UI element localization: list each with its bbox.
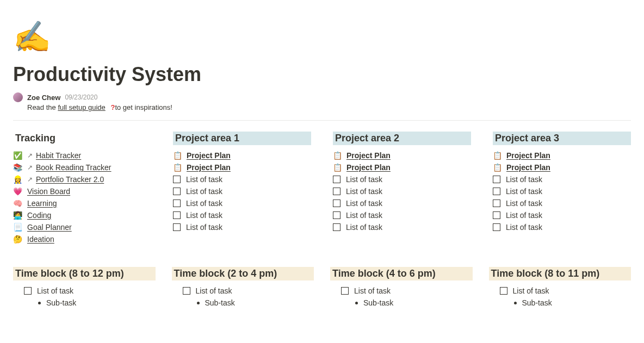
project-plan-link[interactable]: 📋Project Plan: [493, 149, 631, 161]
todo-item[interactable]: List of task: [173, 197, 311, 209]
bullet-icon: [38, 302, 41, 304]
clipboard-icon: 📋: [333, 151, 342, 160]
todo-item[interactable]: List of task: [13, 285, 156, 297]
plan-label: Project Plan: [506, 163, 550, 172]
project-plan-link[interactable]: 📋Project Plan: [333, 149, 471, 161]
plan-label: Project Plan: [346, 163, 391, 172]
todo-item[interactable]: List of task: [493, 173, 631, 185]
avatar: [13, 92, 23, 102]
todo-item[interactable]: List of task: [493, 185, 631, 197]
todo-label: List of task: [506, 199, 542, 208]
checkbox-icon[interactable]: [493, 199, 500, 207]
checkbox-icon[interactable]: [333, 223, 340, 231]
checkbox-icon[interactable]: [493, 176, 500, 183]
tracking-item[interactable]: 🧠 Learning: [13, 197, 151, 209]
todo-item[interactable]: List of task: [333, 197, 471, 209]
todo-item[interactable]: List of task: [173, 209, 311, 221]
tracking-item[interactable]: 📚 ↗ Book Reading Tracker: [13, 161, 151, 173]
bullet-icon: [355, 302, 358, 304]
checkbox-icon[interactable]: [493, 211, 500, 219]
todo-label: List of task: [346, 211, 382, 220]
heading-timeblock-4: Time block (8 to 11 pm): [489, 267, 631, 280]
project-plan-link[interactable]: 📋Project Plan: [173, 149, 311, 161]
checkbox-icon[interactable]: [333, 211, 340, 219]
emoji-icon: ✅: [13, 151, 24, 160]
subtask-item[interactable]: Sub-task: [330, 297, 473, 309]
tracking-label: Book Reading Tracker: [36, 163, 112, 172]
todo-label: List of task: [346, 175, 382, 184]
subline-pre: Read the: [27, 103, 58, 111]
checkbox-icon[interactable]: [333, 199, 340, 207]
page-icon: ✍️: [13, 22, 631, 52]
checkbox-icon[interactable]: [333, 176, 340, 183]
heading-project-2: Project area 2: [333, 132, 471, 145]
project-plan-link[interactable]: 📋Project Plan: [173, 161, 311, 173]
todo-label: List of task: [186, 187, 222, 196]
todo-item[interactable]: List of task: [333, 209, 471, 221]
checkbox-icon[interactable]: [333, 188, 340, 195]
tracking-item[interactable]: 🤔 Ideation: [13, 233, 151, 245]
checkbox-icon[interactable]: [24, 287, 32, 295]
arrow-icon: ↗: [27, 176, 33, 183]
emoji-icon: 🤔: [13, 235, 24, 244]
subtask-item[interactable]: Sub-task: [13, 297, 156, 309]
checkbox-icon[interactable]: [173, 223, 181, 231]
heading-timeblock-2: Time block (2 to 4 pm): [172, 267, 314, 280]
checkbox-icon[interactable]: [183, 287, 190, 295]
tracking-label: Portfolio Tracker 2.0: [36, 175, 104, 184]
tracking-item[interactable]: 💗 Vision Board: [13, 185, 151, 197]
checkbox-icon[interactable]: [173, 188, 181, 195]
todo-item[interactable]: List of task: [493, 197, 631, 209]
todo-label: List of task: [506, 187, 542, 196]
todo-item[interactable]: List of task: [173, 221, 311, 233]
tracking-item[interactable]: 👩‍💻 Coding: [13, 209, 151, 221]
checkbox-icon[interactable]: [173, 211, 181, 219]
tracking-label: Vision Board: [27, 187, 70, 196]
checkbox-icon[interactable]: [493, 188, 500, 195]
tracking-label: Habit Tracker: [36, 151, 81, 160]
checkbox-icon[interactable]: [173, 199, 181, 207]
author-name: Zoe Chew: [27, 93, 60, 102]
author-row: Zoe Chew 09/23/2020: [13, 92, 631, 102]
heading-timeblock-3: Time block (4 to 6 pm): [330, 267, 473, 280]
subtask-label: Sub-task: [522, 298, 552, 307]
todo-item[interactable]: List of task: [333, 221, 471, 233]
subtask-item[interactable]: Sub-task: [489, 297, 631, 309]
checkbox-icon[interactable]: [493, 223, 500, 231]
subtask-label: Sub-task: [46, 298, 76, 307]
subtask-item[interactable]: Sub-task: [172, 297, 314, 309]
todo-item[interactable]: List of task: [172, 285, 314, 297]
page-title: Productivity System: [13, 63, 631, 86]
arrow-icon: ↗: [27, 164, 33, 171]
checkbox-icon[interactable]: [173, 176, 181, 183]
setup-guide-link[interactable]: full setup guide: [58, 103, 105, 111]
todo-label: List of task: [186, 211, 222, 220]
todo-item[interactable]: List of task: [493, 209, 631, 221]
project-plan-link[interactable]: 📋Project Plan: [333, 161, 471, 173]
heading-project-3: Project area 3: [493, 132, 631, 145]
col-timeblock-4: Time block (8 to 11 pm) List of task Sub…: [489, 267, 631, 309]
todo-item[interactable]: List of task: [489, 285, 631, 297]
plan-label: Project Plan: [187, 163, 231, 172]
col-timeblock-2: Time block (2 to 4 pm) List of task Sub-…: [172, 267, 314, 309]
col-project-1: Project area 1 📋Project Plan 📋Project Pl…: [173, 132, 311, 245]
emoji-icon: 📚: [13, 163, 24, 172]
tracking-item[interactable]: 📃 Goal Planner: [13, 221, 151, 233]
clipboard-icon: 📋: [333, 163, 342, 172]
timeblock-columns: Time block (8 to 12 pm) List of task Sub…: [13, 267, 631, 309]
todo-item[interactable]: List of task: [333, 185, 471, 197]
todo-item[interactable]: List of task: [173, 173, 311, 185]
todo-item[interactable]: List of task: [330, 285, 473, 297]
project-plan-link[interactable]: 📋Project Plan: [493, 161, 631, 173]
todo-item[interactable]: List of task: [173, 185, 311, 197]
todo-label: List of task: [506, 175, 542, 184]
todo-item[interactable]: List of task: [493, 221, 631, 233]
col-timeblock-1: Time block (8 to 12 pm) List of task Sub…: [13, 267, 156, 309]
checkbox-icon[interactable]: [500, 287, 507, 295]
author-date: 09/23/2020: [65, 93, 97, 101]
checkbox-icon[interactable]: [341, 287, 349, 295]
plan-label: Project Plan: [506, 151, 550, 160]
todo-item[interactable]: List of task: [333, 173, 471, 185]
tracking-item[interactable]: 👷‍♀️ ↗ Portfolio Tracker 2.0: [13, 173, 151, 185]
tracking-item[interactable]: ✅ ↗ Habit Tracker: [13, 149, 151, 161]
